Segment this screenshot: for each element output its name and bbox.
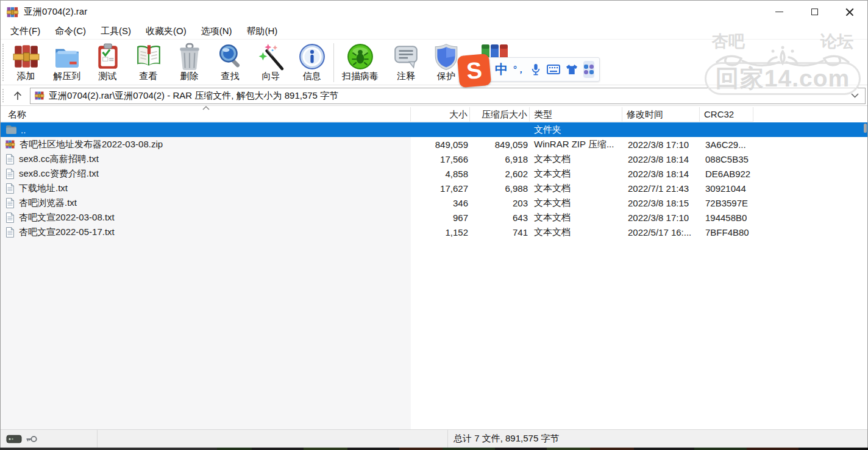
menu-item-options[interactable]: 选项(N) <box>194 24 240 39</box>
toolbar-label: 添加 <box>17 71 35 81</box>
file-row[interactable]: sex8.cc资费介绍.txt 4,858 2,602 文本文档 2022/3/… <box>1 166 867 181</box>
menu-item-favorites[interactable]: 收藏夹(O) <box>138 24 194 39</box>
sogou-mode-chinese[interactable]: 中 <box>495 61 508 78</box>
file-crc: 3A6C29... <box>700 139 753 150</box>
file-name: .. <box>21 125 26 135</box>
file-size: 17,566 <box>411 154 470 164</box>
toolbar-button-wizard[interactable]: 向导 <box>251 40 291 81</box>
file-packed-size: 6,988 <box>470 183 530 194</box>
close-button[interactable] <box>832 1 867 23</box>
file-type: 文本文档 <box>530 212 622 223</box>
toolbar-button-test[interactable]: 测试 <box>87 40 128 81</box>
file-modified: 2022/3/8 18:15 <box>622 198 700 208</box>
sogou-keyboard-icon[interactable] <box>547 61 560 78</box>
chevron-down-icon[interactable] <box>851 93 859 98</box>
file-row[interactable]: 杏吧浏览器.txt 346 203 文本文档 2022/3/8 18:15 72… <box>1 195 867 210</box>
maximize-button[interactable] <box>797 1 832 23</box>
file-row-parent[interactable]: .. 文件夹 <box>1 122 867 137</box>
sogou-logo-icon[interactable]: S <box>457 54 491 88</box>
search-icon <box>216 43 244 71</box>
archive-icon <box>35 91 44 100</box>
file-row[interactable]: 下载地址.txt 17,627 6,988 文本文档 2022/7/1 21:4… <box>1 181 867 195</box>
toolbar-button-view[interactable]: 查看 <box>128 40 169 81</box>
file-crc: 7BFF4B80 <box>700 227 753 237</box>
file-name: sex8.cc资费介绍.txt <box>19 168 99 180</box>
toolbar-label: 测试 <box>99 71 117 81</box>
toolbar-label: 查找 <box>221 71 240 81</box>
menu-item-tools[interactable]: 工具(S) <box>93 24 138 39</box>
file-size: 17,627 <box>411 183 470 194</box>
toolbar-label: 扫描病毒 <box>342 71 379 81</box>
file-packed-size: 849,059 <box>470 139 530 150</box>
menu-item-help[interactable]: 帮助(H) <box>239 24 285 39</box>
file-packed-size: 643 <box>470 213 530 223</box>
text-file-icon <box>5 154 15 164</box>
address-path: 亚洲0704(2).rar\亚洲0704(2) - RAR 压缩文件, 解包大小… <box>49 90 847 102</box>
menu-item-commands[interactable]: 命令(C) <box>48 24 93 39</box>
column-header-size[interactable]: 大小 <box>411 107 470 122</box>
sogou-skin-icon[interactable] <box>566 61 578 78</box>
toolbar-label: 信息 <box>303 71 321 81</box>
file-type: 文本文档 <box>530 168 622 180</box>
address-combobox[interactable]: 亚洲0704(2).rar\亚洲0704(2) - RAR 压缩文件, 解包大小… <box>30 88 866 104</box>
key-icon[interactable] <box>26 434 38 445</box>
column-header-type[interactable]: 类型 <box>530 107 622 122</box>
vertical-scrollbar[interactable] <box>864 124 867 133</box>
file-crc: 72B3597E <box>700 198 753 208</box>
file-crc: 088C5B35 <box>700 154 753 164</box>
file-row[interactable]: 杏吧社区地址发布器2022-03-08.zip 849,059 849,059 … <box>1 137 867 152</box>
sogou-toolbox-icon[interactable] <box>583 61 594 78</box>
list-header: 名称 大小 压缩后大小 类型 修改时间 CRC32 <box>1 107 753 122</box>
toolbar-button-info[interactable]: 信息 <box>291 40 332 81</box>
file-row[interactable]: sex8.cc高薪招聘.txt 17,566 6,918 文本文档 2022/3… <box>1 152 867 166</box>
file-row[interactable]: 杏吧文宣2022-05-17.txt 1,152 741 文本文档 2022/5… <box>1 225 867 239</box>
toolbar-button-add[interactable]: 添加 <box>5 40 46 81</box>
column-header-packed[interactable]: 压缩后大小 <box>470 107 530 122</box>
file-modified: 2022/3/8 17:10 <box>622 213 700 223</box>
toolbar-button-comment[interactable]: 注释 <box>385 40 427 81</box>
toolbar-button-find[interactable]: 查找 <box>210 40 251 81</box>
comment-icon <box>392 43 420 71</box>
winrar-window: 亚洲0704(2).rar 文件(F) 命令(C) 工具(S) 收藏夹(O) 选… <box>0 0 868 450</box>
file-type: 文本文档 <box>530 153 622 165</box>
file-modified: 2022/7/1 21:43 <box>622 183 700 194</box>
toolbar-button-extract[interactable]: 解压到 <box>46 40 87 81</box>
toolbar-label: 解压到 <box>53 71 80 81</box>
test-clipboard-icon <box>94 43 122 71</box>
drive-icon[interactable] <box>6 434 22 444</box>
minimize-button[interactable] <box>761 1 797 23</box>
status-total: 总计 7 文件, 891,575 字节 <box>454 433 559 445</box>
file-packed-size: 203 <box>470 198 530 208</box>
menu-item-file[interactable]: 文件(F) <box>3 24 48 39</box>
file-modified: 2022/3/8 17:10 <box>622 139 700 150</box>
up-arrow-icon <box>13 91 23 101</box>
sogou-punctuation-icon[interactable]: °， <box>513 64 525 76</box>
file-row[interactable]: 杏吧文宣2022-03-08.txt 967 643 文本文档 2022/3/8… <box>1 210 867 225</box>
toolbar-button-scan-virus[interactable]: 扫描病毒 <box>335 40 385 81</box>
statusbar: 总计 7 文件, 891,575 字节 <box>1 429 867 448</box>
toolbar-separator <box>333 43 334 82</box>
file-modified: 2022/5/17 16:... <box>622 227 700 237</box>
column-header-crc32[interactable]: CRC32 <box>700 107 753 122</box>
column-header-modified[interactable]: 修改时间 <box>622 107 700 122</box>
statusbar-middle <box>98 430 448 448</box>
file-name: sex8.cc高薪招聘.txt <box>19 153 99 165</box>
extract-folder-icon <box>53 43 81 71</box>
sogou-ime-bar: S 中 °， <box>458 51 600 86</box>
sogou-mic-icon[interactable] <box>530 61 541 78</box>
menubar: 文件(F) 命令(C) 工具(S) 收藏夹(O) 选项(N) 帮助(H) <box>1 23 867 40</box>
file-size: 849,059 <box>411 139 470 150</box>
text-file-icon <box>5 198 15 208</box>
toolbar-button-delete[interactable]: 删除 <box>169 40 210 81</box>
winrar-logo-icon <box>7 6 19 18</box>
shield-icon <box>432 43 460 71</box>
file-modified: 2022/3/8 18:14 <box>622 154 700 164</box>
add-archive-icon <box>12 43 40 71</box>
up-button[interactable] <box>5 87 30 104</box>
virus-scan-icon <box>346 43 374 71</box>
file-name: 杏吧社区地址发布器2022-03-08.zip <box>20 139 163 150</box>
file-type: 文本文档 <box>530 197 622 209</box>
file-size: 346 <box>411 198 470 208</box>
file-modified: 2022/3/8 18:14 <box>622 169 700 179</box>
text-file-icon <box>5 227 15 237</box>
